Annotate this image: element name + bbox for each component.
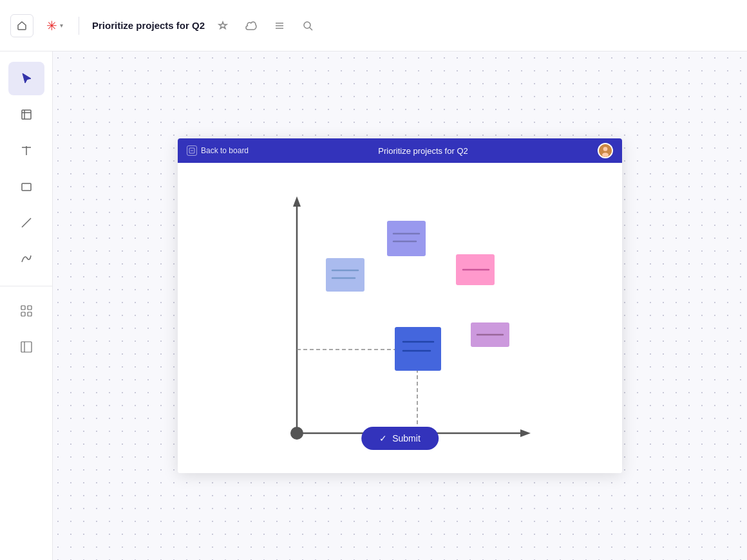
home-button[interactable] <box>10 14 33 37</box>
line-icon <box>19 216 33 230</box>
sidebar-item-cursor[interactable] <box>8 62 44 95</box>
svg-rect-15 <box>28 312 32 316</box>
sidebar-item-path[interactable] <box>8 242 44 275</box>
rectangle-icon <box>19 180 33 194</box>
sidebar-item-rect[interactable] <box>8 170 44 203</box>
canvas-area: Back to board Prioritize projects for Q2 <box>53 51 747 560</box>
search-icon <box>303 21 313 31</box>
svg-point-22 <box>602 153 609 157</box>
frame-widget: Back to board Prioritize projects for Q2 <box>178 138 622 473</box>
svg-rect-30 <box>387 221 426 256</box>
svg-line-11 <box>22 218 31 227</box>
frame-header: Back to board Prioritize projects for Q2 <box>178 138 622 163</box>
text-icon <box>19 144 33 158</box>
page-title: Prioritize projects for Q2 <box>92 20 205 31</box>
panel-icon <box>19 340 33 354</box>
sidebar-extra-group <box>0 286 52 364</box>
search-button[interactable] <box>298 15 318 36</box>
svg-rect-33 <box>326 258 364 292</box>
back-label: Back to board <box>201 146 249 155</box>
cloud-button[interactable] <box>241 15 261 36</box>
svg-rect-14 <box>21 312 25 316</box>
sidebar-item-line[interactable] <box>8 206 44 239</box>
svg-marker-24 <box>293 196 301 207</box>
svg-point-27 <box>290 427 303 440</box>
grid-icon <box>19 304 33 318</box>
path-icon <box>19 252 33 266</box>
submit-button[interactable]: ✓ Submit <box>361 427 439 450</box>
sidebar-item-panel[interactable] <box>8 330 44 364</box>
user-avatar <box>598 143 613 158</box>
star-icon <box>218 21 228 31</box>
logo-button[interactable]: ✳ ▾ <box>41 15 68 36</box>
menu-button[interactable] <box>269 15 290 36</box>
toolbar-divider <box>79 17 79 35</box>
svg-point-3 <box>304 22 310 28</box>
svg-point-21 <box>603 147 608 151</box>
frame-icon <box>19 107 33 122</box>
svg-rect-13 <box>28 306 32 310</box>
sidebar-item-grid[interactable] <box>8 294 44 328</box>
favorite-button[interactable] <box>213 15 233 36</box>
svg-rect-10 <box>22 183 31 191</box>
svg-rect-12 <box>21 306 25 310</box>
sidebar-tools-group <box>0 62 52 275</box>
back-board-icon <box>187 145 197 156</box>
cloud-icon <box>245 21 257 30</box>
sidebar-item-frame[interactable] <box>8 98 44 131</box>
sidebar-item-text[interactable] <box>8 134 44 167</box>
home-icon <box>17 21 27 31</box>
svg-marker-26 <box>520 429 531 437</box>
frame-title: Prioritize projects for Q2 <box>249 146 598 156</box>
logo-chevron-icon: ▾ <box>60 22 63 29</box>
check-icon: ✓ <box>379 433 387 443</box>
hamburger-icon <box>274 21 285 30</box>
svg-rect-5 <box>22 110 31 119</box>
logo-icon: ✳ <box>46 18 57 33</box>
left-sidebar <box>0 51 53 560</box>
back-to-board-button[interactable]: Back to board <box>187 145 249 156</box>
submit-label: Submit <box>392 433 421 443</box>
svg-rect-16 <box>21 342 32 352</box>
frame-body: ✓ Submit <box>178 163 622 473</box>
svg-rect-36 <box>395 327 441 371</box>
svg-line-4 <box>310 28 312 30</box>
cursor-icon <box>19 71 33 86</box>
toolbar: ✳ ▾ Prioritize projects for Q2 <box>0 0 747 51</box>
